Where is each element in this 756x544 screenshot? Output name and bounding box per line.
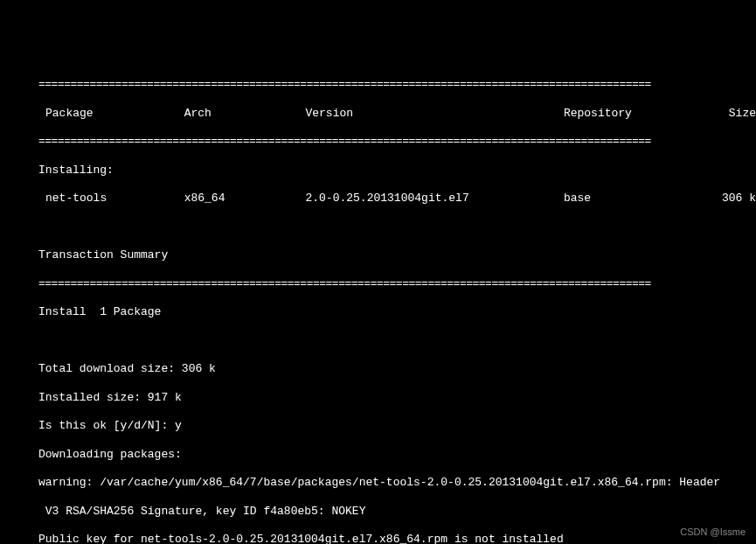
package-row: net-toolsx86_642.0-0.25.20131004git.el7b… — [38, 192, 756, 206]
divider: ========================================… — [38, 135, 756, 149]
col-package: Package — [38, 107, 184, 121]
summary-label: Transaction Summary — [38, 248, 756, 262]
installed-size: Installed size: 917 k — [38, 391, 756, 405]
installing-label: Installing: — [38, 164, 756, 178]
pkg-arch: x86_64 — [184, 192, 306, 206]
pkg-repo: base — [564, 192, 711, 206]
install-count: Install 1 Package — [38, 305, 756, 319]
pkg-name: net-tools — [38, 192, 184, 206]
col-repo: Repository — [564, 107, 711, 121]
downloading-label: Downloading packages: — [38, 448, 756, 462]
pubkey-line: Public key for net-tools-2.0-0.25.201310… — [38, 533, 756, 544]
download-size: Total download size: 306 k — [38, 362, 756, 376]
divider: ========================================… — [38, 277, 756, 291]
col-size: Size — [711, 107, 756, 121]
pkg-size: 306 k — [711, 192, 756, 206]
pkg-version: 2.0-0.25.20131004git.el7 — [305, 192, 563, 206]
watermark: CSDN @Issme — [680, 527, 746, 539]
col-arch: Arch — [184, 107, 306, 121]
confirm-prompt: Is this ok [y/d/N]: y — [38, 419, 756, 433]
terminal-output[interactable]: ========================================… — [0, 64, 756, 544]
table-header: PackageArchVersionRepositorySize — [38, 107, 756, 121]
warning-line2: V3 RSA/SHA256 Signature, key ID f4a80eb5… — [38, 505, 756, 519]
warning-line: warning: /var/cache/yum/x86_64/7/base/pa… — [38, 476, 756, 490]
divider: ========================================… — [38, 78, 756, 92]
col-version: Version — [305, 107, 563, 121]
